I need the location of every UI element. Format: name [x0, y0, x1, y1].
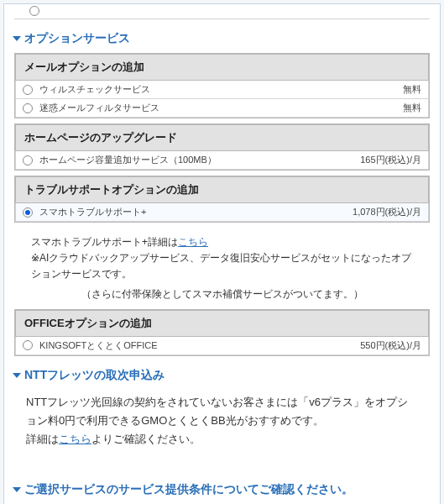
option-label: ウィルスチェックサービス — [39, 83, 403, 96]
option-label: 迷惑メールフィルタサービス — [39, 102, 403, 114]
section-terms-label: ご選択サービスのサービス提供条件についてご確認ください。 — [24, 482, 353, 497]
homepage-options-table: ホームページのアップグレード ホームページ容量追加サービス（100MB） 165… — [14, 123, 430, 171]
homepage-options-header: ホームページのアップグレード — [15, 124, 429, 151]
ntt-body2-link[interactable]: こちら — [59, 433, 91, 445]
option-row-spam[interactable]: 迷惑メールフィルタサービス 無料 — [15, 99, 429, 118]
option-price: 550円(税込)/月 — [360, 339, 421, 352]
office-options-header: OFFICEオプションの追加 — [15, 310, 429, 337]
radio-icon-checked[interactable] — [23, 207, 33, 218]
truncated-top — [14, 11, 430, 19]
radio-icon[interactable] — [23, 103, 33, 113]
radio-icon[interactable] — [23, 155, 33, 165]
ntt-body1: NTTフレッツ光回線の契約をされていないお客さまには「v6プラス」をオプション料… — [26, 396, 408, 427]
option-row-virus[interactable]: ウィルスチェックサービス 無料 — [15, 81, 429, 99]
section-options-label: オプションサービス — [24, 31, 130, 46]
option-row-homepage[interactable]: ホームページ容量追加サービス（100MB） 165円(税込)/月 — [15, 151, 429, 170]
radio-icon[interactable] — [23, 340, 33, 350]
section-terms-title: ご選択サービスのサービス提供条件についてご確認ください。 — [14, 482, 430, 497]
option-price: 無料 — [403, 102, 421, 114]
mail-options-table: メールオプションの追加 ウィルスチェックサービス 無料 迷惑メールフィルタサービ… — [14, 53, 430, 118]
form-page: オプションサービス メールオプションの追加 ウィルスチェックサービス 無料 迷惑… — [3, 3, 441, 504]
section-ntt-label: NTTフレッツの取次申込み — [24, 368, 165, 383]
detail-paren: （さらに付帯保険としてスマホ補償サービスがついてます。） — [31, 286, 413, 302]
radio-truncated[interactable] — [29, 6, 39, 16]
option-label: ホームページ容量追加サービス（100MB） — [39, 154, 360, 166]
ntt-body2-suffix: よりご確認ください。 — [91, 433, 201, 445]
ntt-body2-prefix: 詳細は — [26, 433, 59, 445]
mail-options-header: メールオプションの追加 — [15, 54, 429, 81]
trouble-options-table: トラブルサポートオプションの追加 スマホトラブルサポート+ 1,078円(税込)… — [14, 176, 430, 223]
option-price: 無料 — [403, 83, 421, 96]
option-row-trouble[interactable]: スマホトラブルサポート+ 1,078円(税込)/月 — [15, 203, 429, 222]
option-label: スマホトラブルサポート+ — [39, 206, 353, 218]
trouble-options-header: トラブルサポートオプションの追加 — [15, 176, 429, 203]
detail-note: ※AIクラウドバックアップサービス、データ復旧安心サービスがセットになったオプシ… — [31, 252, 411, 280]
option-label: KINGSOFTとくとくOFFICE — [39, 339, 360, 352]
detail-link[interactable]: こちら — [178, 236, 208, 248]
ntt-body: NTTフレッツ光回線の契約をされていないお客さまには「v6プラス」をオプション料… — [14, 390, 430, 452]
option-row-office[interactable]: KINGSOFTとくとくOFFICE 550円(税込)/月 — [15, 337, 429, 355]
section-options-title: オプションサービス — [14, 31, 430, 46]
detail-prefix: スマホトラブルサポート+詳細は — [31, 236, 178, 248]
office-options-table: OFFICEオプションの追加 KINGSOFTとくとくOFFICE 550円(税… — [14, 309, 430, 356]
section-ntt-title: NTTフレッツの取次申込み — [14, 368, 430, 383]
option-price: 165円(税込)/月 — [360, 154, 421, 166]
trouble-detail-text: スマホトラブルサポート+詳細はこちら ※AIクラウドバックアップサービス、データ… — [14, 228, 430, 309]
radio-icon[interactable] — [23, 85, 33, 95]
option-price: 1,078円(税込)/月 — [353, 206, 421, 218]
